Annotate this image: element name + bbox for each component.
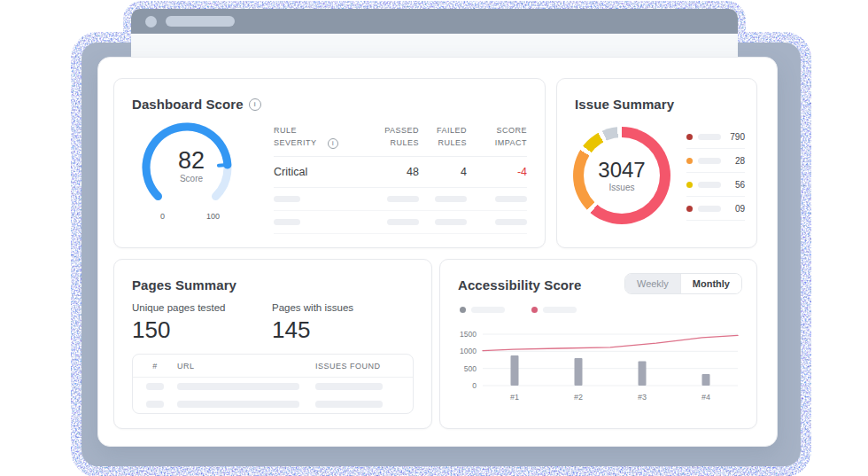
- toggle-monthly-button[interactable]: Monthly: [680, 274, 741, 293]
- table-row-placeholder: [274, 188, 527, 211]
- header-rule-severity: RULE SEVERITYi: [274, 125, 355, 149]
- stat-unique-pages: Unique pages tested 150: [132, 302, 226, 344]
- legend-dot: [686, 134, 693, 140]
- accessibility-score-card: Accessibility Score Weekly Monthly 05001…: [439, 259, 757, 429]
- legend-dot: [686, 182, 693, 188]
- table-row-placeholder: [274, 211, 527, 234]
- svg-text:0: 0: [160, 212, 165, 221]
- dashboard-score-title-text: Dashboard Score: [132, 97, 244, 112]
- issue-summary-title-text: Issue Summary: [575, 97, 674, 112]
- header-number: #: [133, 362, 177, 371]
- placeholder-pill: [315, 401, 383, 408]
- svg-text:#2: #2: [574, 393, 583, 402]
- placeholder-pill: [315, 383, 383, 390]
- svg-text:100: 100: [206, 212, 220, 221]
- placeholder-pill: [274, 196, 300, 202]
- pages-table: # URL ISSUES FOUND: [132, 354, 414, 414]
- header-url: URL: [177, 362, 315, 371]
- pages-summary-title-text: Pages Summary: [132, 277, 236, 293]
- severity-cell: Critical: [274, 166, 355, 178]
- legend-value: 790: [730, 132, 745, 142]
- issues-donut-chart: 3047 Issues: [573, 127, 670, 224]
- header-failed-rules: FAILED RULES: [419, 125, 467, 149]
- svg-text:#3: #3: [638, 393, 647, 402]
- placeholder-pill: [698, 134, 721, 140]
- header-score-impact: SCORE IMPACT: [467, 125, 527, 149]
- stat-value: 145: [272, 316, 353, 344]
- placeholder-pill: [387, 219, 419, 225]
- pages-summary-card: Pages Summary Unique pages tested 150 Pa…: [113, 259, 432, 429]
- placeholder-pill: [274, 219, 300, 225]
- placeholder-pill: [435, 219, 467, 225]
- legend-dot: [460, 307, 466, 313]
- placeholder-pill: [698, 206, 721, 212]
- pages-summary-title: Pages Summary: [132, 277, 236, 293]
- svg-text:1000: 1000: [460, 347, 477, 355]
- placeholder-pill: [146, 401, 164, 408]
- table-row: Critical 48 4 -4: [274, 157, 527, 188]
- info-icon[interactable]: i: [328, 138, 338, 149]
- placeholder-pill: [435, 196, 467, 202]
- legend-row: 09: [686, 197, 745, 221]
- gauge-score-label: Score: [134, 174, 249, 183]
- table-row-placeholder: [133, 395, 413, 413]
- stat-label: Pages with issues: [272, 302, 353, 313]
- placeholder-pill: [698, 182, 721, 188]
- issues-total-label: Issues: [609, 183, 635, 192]
- failed-cell: 4: [419, 166, 467, 178]
- browser-titlebar: [131, 9, 738, 34]
- placeholder-pill: [146, 383, 164, 390]
- dashboard-panel: Dashboard Score i 0100 82 Score RULE SEV…: [97, 57, 778, 447]
- stat-pages-with-issues: Pages with issues 145: [272, 302, 353, 344]
- gauge-score-value: 82: [134, 148, 249, 173]
- svg-text:1500: 1500: [460, 330, 477, 339]
- header-passed-rules: PASSED RULES: [355, 125, 419, 149]
- accessibility-score-title: Accessibility Score: [458, 277, 581, 293]
- legend-dot: [686, 206, 693, 212]
- severity-table: RULE SEVERITYi PASSED RULES FAILED RULES…: [274, 125, 527, 234]
- table-row-placeholder: [133, 378, 413, 395]
- dashboard-score-title: Dashboard Score i: [132, 97, 261, 112]
- issues-legend: 790 28 56 09: [686, 125, 745, 221]
- placeholder-pill: [177, 383, 299, 390]
- header-issues-found: ISSUES FOUND: [315, 362, 413, 371]
- placeholder-pill: [471, 307, 505, 313]
- info-icon[interactable]: i: [249, 98, 261, 111]
- legend-dot: [531, 307, 538, 313]
- severity-table-header: RULE SEVERITYi PASSED RULES FAILED RULES…: [274, 125, 527, 157]
- legend-row: 28: [686, 149, 745, 173]
- toggle-weekly-button[interactable]: Weekly: [625, 274, 680, 293]
- accessibility-bar-chart: 050010001500#1#2#3#4: [451, 324, 743, 410]
- legend-row: 790: [686, 125, 745, 149]
- placeholder-pill: [543, 307, 577, 313]
- donut-center: 3047 Issues: [584, 137, 660, 214]
- stat-value: 150: [132, 316, 226, 344]
- dashboard-score-card: Dashboard Score i 0100 82 Score RULE SEV…: [113, 78, 546, 248]
- placeholder-pill: [698, 158, 721, 164]
- legend-item: [531, 307, 577, 313]
- stat-label: Unique pages tested: [132, 302, 226, 313]
- placeholder-pill: [387, 196, 419, 202]
- issue-summary-card: Issue Summary 3047 Issues 790 28: [556, 78, 757, 248]
- passed-cell: 48: [355, 166, 419, 178]
- browser-tab-placeholder: [166, 16, 235, 27]
- accessibility-score-title-text: Accessibility Score: [458, 277, 581, 293]
- svg-text:#1: #1: [510, 393, 519, 402]
- placeholder-pill: [495, 196, 527, 202]
- placeholder-pill: [177, 401, 299, 408]
- pages-table-header: # URL ISSUES FOUND: [133, 355, 413, 378]
- placeholder-pill: [495, 219, 527, 225]
- legend-value: 28: [735, 156, 745, 166]
- impact-cell: -4: [467, 166, 527, 178]
- svg-text:#4: #4: [701, 393, 710, 402]
- legend-dot: [686, 158, 693, 164]
- legend-value: 09: [735, 204, 745, 214]
- period-toggle: Weekly Monthly: [624, 273, 742, 294]
- score-gauge: 0100 82 Score: [134, 116, 249, 224]
- chart-legend: [460, 307, 577, 313]
- legend-row: 56: [686, 173, 745, 197]
- screenshot-stage: Dashboard Score i 0100 82 Score RULE SEV…: [0, 0, 868, 476]
- issues-total: 3047: [598, 159, 645, 182]
- svg-text:0: 0: [472, 381, 477, 390]
- legend-value: 56: [735, 180, 745, 190]
